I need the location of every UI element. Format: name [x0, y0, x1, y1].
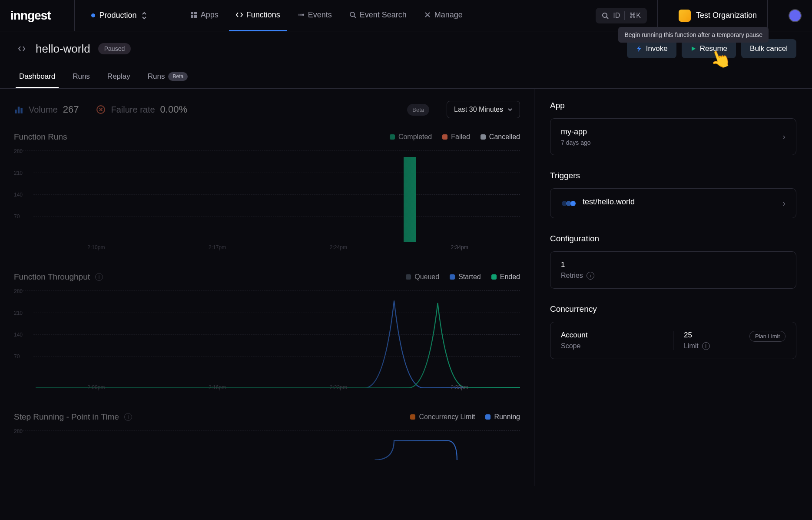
stat-value: 0.00% [160, 104, 187, 115]
svg-point-8 [603, 13, 607, 17]
timerange-selector[interactable]: Last 30 Minutes [447, 101, 520, 118]
chart-legend: Completed Failed Cancelled [390, 133, 520, 141]
nav-apps[interactable]: Apps [183, 0, 225, 31]
nav-label: Event Search [360, 10, 407, 20]
bolt-icon [636, 45, 643, 52]
tab-runs[interactable]: Runs [69, 66, 93, 88]
stat-label: Failure rate [111, 105, 155, 115]
avatar[interactable] [789, 9, 802, 22]
limit-label: Limit [684, 342, 699, 350]
info-icon[interactable]: i [124, 413, 132, 421]
trigger-card[interactable]: test/hello.world › [550, 188, 796, 218]
org-badge-icon [679, 10, 691, 22]
stat-value: 267 [63, 104, 79, 115]
nav-label: Events [308, 10, 332, 20]
chart-title: Function Throughput [14, 272, 90, 282]
volume-icon [14, 105, 23, 114]
nav-items: Apps Functions Events Event Search Manag… [183, 0, 470, 31]
tab-dashboard[interactable]: Dashboard [16, 66, 59, 88]
grid-icon [190, 11, 197, 18]
chart-canvas: 280 210 140 70 2:10pm 2:17pm 2:24pm 2:34… [14, 150, 520, 255]
nav-functions[interactable]: Functions [229, 0, 287, 31]
info-icon[interactable]: i [702, 342, 710, 350]
function-runs-chart: Function Runs Completed Failed Cancelled… [14, 132, 520, 255]
svg-point-4 [298, 14, 300, 16]
resume-tooltip: Begin running this function after a temp… [618, 27, 769, 43]
concurrency-section-title: Concurrency [550, 304, 796, 314]
bar-completed [404, 157, 416, 242]
nav-event-search[interactable]: Event Search [342, 0, 414, 31]
legend-completed: Completed [390, 133, 432, 141]
trigger-name: test/hello.world [583, 197, 782, 207]
nav-label: Apps [201, 10, 219, 20]
status-badge: Paused [98, 43, 131, 54]
svg-rect-9 [15, 110, 17, 113]
left-panel: Volume 267 Failure rate 0.00% Beta Last … [0, 89, 534, 486]
divider [164, 0, 164, 31]
beta-badge: Beta [407, 104, 429, 116]
app-section-title: App [550, 101, 796, 110]
function-tabs: Dashboard Runs Replay Runs Beta [0, 58, 812, 89]
legend-cancelled: Cancelled [481, 133, 520, 141]
btn-label: Resume [700, 44, 727, 53]
svg-point-7 [350, 12, 355, 17]
line-running [36, 431, 520, 460]
right-panel: App my-app 7 days ago › Triggers test/he… [534, 89, 812, 486]
trigger-icon [561, 199, 577, 208]
legend-queued: Queued [406, 273, 439, 281]
beta-pill: Beta [168, 72, 188, 81]
stat-label: Volume [29, 105, 58, 115]
code-icon [236, 11, 243, 18]
svg-rect-2 [191, 15, 193, 18]
concurrency-card: Account Scope 25 Limit i Plan Limit [550, 322, 796, 359]
function-icon [16, 43, 28, 55]
svg-rect-11 [20, 108, 22, 113]
svg-point-5 [300, 14, 302, 16]
limit-value: 25 [684, 331, 749, 340]
tab-replay[interactable]: Replay [104, 66, 134, 88]
tab-runs-beta[interactable]: Runs Beta [144, 66, 191, 88]
info-icon[interactable]: i [95, 273, 103, 281]
org-selector[interactable]: Test Organization [679, 10, 757, 22]
divider [767, 0, 768, 31]
info-icon[interactable]: i [587, 272, 594, 280]
legend-running: Running [485, 413, 520, 421]
app-card[interactable]: my-app 7 days ago › [550, 118, 796, 155]
updown-icon [141, 12, 147, 20]
divider [657, 0, 658, 31]
scope-value: Account [561, 331, 663, 340]
btn-label: Bulk cancel [750, 44, 788, 53]
events-icon [298, 11, 305, 18]
svg-rect-1 [194, 12, 197, 14]
chart-legend: Queued Started Ended [406, 273, 520, 281]
main-content: Volume 267 Failure rate 0.00% Beta Last … [0, 89, 812, 486]
env-label: Production [99, 11, 137, 20]
chevron-right-icon: › [782, 198, 785, 208]
chart-canvas: 280 [14, 430, 520, 457]
svg-rect-0 [191, 12, 193, 14]
brand-logo[interactable]: inngest [10, 9, 51, 23]
chevron-down-icon [507, 108, 513, 111]
plan-limit-badge: Plan Limit [749, 331, 785, 342]
legend-concurrency-limit: Concurrency Limit [410, 413, 475, 421]
search-icon [349, 11, 356, 18]
env-status-dot [91, 13, 95, 17]
search-kbd: ⌘K [629, 11, 641, 20]
nav-manage[interactable]: Manage [417, 0, 470, 31]
chart-legend: Concurrency Limit Running [410, 413, 520, 421]
org-name: Test Organization [696, 11, 757, 20]
legend-failed: Failed [442, 133, 470, 141]
volume-stat: Volume 267 [14, 104, 79, 115]
nav-events[interactable]: Events [291, 0, 339, 31]
id-search[interactable]: ID ⌘K [596, 8, 647, 23]
tab-label: Runs [148, 72, 165, 81]
retries-value: 1 [561, 260, 785, 269]
retries-label: Retries [561, 272, 583, 280]
chart-canvas: 280 210 140 70 2:09pm 2:16pm [14, 290, 520, 395]
failure-icon [96, 105, 106, 114]
chart-title: Step Running - Point in Time [14, 412, 119, 422]
svg-point-15 [570, 201, 576, 206]
config-card: 1 Retries i [550, 251, 796, 289]
step-running-chart: Step Running - Point in Time i Concurren… [14, 412, 520, 457]
environment-selector[interactable]: Production [85, 7, 153, 23]
